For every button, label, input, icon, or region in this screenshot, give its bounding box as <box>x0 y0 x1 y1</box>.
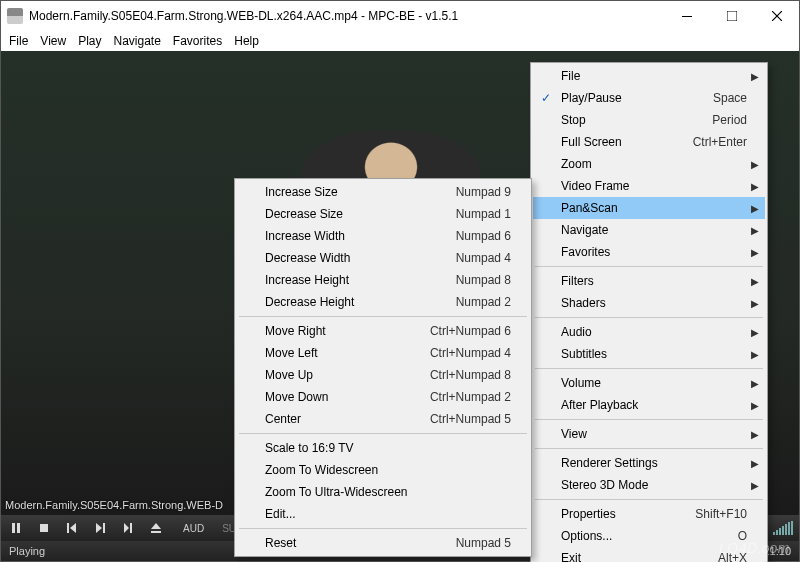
menu-item-full-screen[interactable]: Full ScreenCtrl+Enter <box>533 131 765 153</box>
menu-item-label: Stereo 3D Mode <box>561 478 648 492</box>
submenu-item-move-left[interactable]: Move LeftCtrl+Numpad 4 <box>237 342 529 364</box>
menu-item-label: Navigate <box>561 223 608 237</box>
menu-item-stereo-3d-mode[interactable]: Stereo 3D Mode▶ <box>533 474 765 496</box>
menu-navigate[interactable]: Navigate <box>109 32 164 50</box>
shortcut-text: Shift+F10 <box>671 507 747 521</box>
titlebar: Modern.Family.S05E04.Farm.Strong.WEB-DL.… <box>1 1 799 31</box>
menu-item-options[interactable]: Options...O <box>533 525 765 547</box>
menu-item-label: Properties <box>561 507 616 521</box>
submenu-item-reset[interactable]: ResetNumpad 5 <box>237 532 529 554</box>
menu-item-navigate[interactable]: Navigate▶ <box>533 219 765 241</box>
menu-item-properties[interactable]: PropertiesShift+F10 <box>533 503 765 525</box>
stop-button[interactable] <box>35 519 53 537</box>
submenu-item-decrease-height[interactable]: Decrease HeightNumpad 2 <box>237 291 529 313</box>
submenu-item-move-up[interactable]: Move UpCtrl+Numpad 8 <box>237 364 529 386</box>
chevron-right-icon: ▶ <box>751 327 759 338</box>
prev-button[interactable] <box>63 519 81 537</box>
volume-bars[interactable] <box>773 521 793 535</box>
eject-button[interactable] <box>147 519 165 537</box>
menu-item-stop[interactable]: StopPeriod <box>533 109 765 131</box>
submenu-item-increase-size[interactable]: Increase SizeNumpad 9 <box>237 181 529 203</box>
submenu-item-separator <box>239 433 527 434</box>
context-menu-panscan: Increase SizeNumpad 9Decrease SizeNumpad… <box>234 178 532 557</box>
menu-item-label: Pan&Scan <box>561 201 618 215</box>
chevron-right-icon: ▶ <box>751 203 759 214</box>
menu-item-shaders[interactable]: Shaders▶ <box>533 292 765 314</box>
menu-item-label: Play/Pause <box>561 91 622 105</box>
submenu-item-decrease-width[interactable]: Decrease WidthNumpad 4 <box>237 247 529 269</box>
submenu-item-separator <box>239 528 527 529</box>
submenu-item-move-right[interactable]: Move RightCtrl+Numpad 6 <box>237 320 529 342</box>
menu-item-view[interactable]: View▶ <box>533 423 765 445</box>
menu-item-renderer-settings[interactable]: Renderer Settings▶ <box>533 452 765 474</box>
chevron-right-icon: ▶ <box>751 225 759 236</box>
menu-item-play-pause[interactable]: ✓Play/PauseSpace <box>533 87 765 109</box>
chevron-right-icon: ▶ <box>751 378 759 389</box>
chevron-right-icon: ▶ <box>751 480 759 491</box>
shortcut-text: Numpad 1 <box>432 207 511 221</box>
pause-button[interactable] <box>7 519 25 537</box>
minimize-button[interactable] <box>664 1 709 31</box>
chevron-right-icon: ▶ <box>751 71 759 82</box>
menu-item-audio[interactable]: Audio▶ <box>533 321 765 343</box>
shortcut-text: Numpad 9 <box>432 185 511 199</box>
submenu-item-separator <box>239 316 527 317</box>
chevron-right-icon: ▶ <box>751 429 759 440</box>
menu-item-video-frame[interactable]: Video Frame▶ <box>533 175 765 197</box>
menu-view[interactable]: View <box>36 32 70 50</box>
submenu-item-increase-height[interactable]: Increase HeightNumpad 8 <box>237 269 529 291</box>
submenu-item-label: Scale to 16:9 TV <box>265 441 354 455</box>
submenu-item-label: Increase Size <box>265 185 338 199</box>
menu-item-favorites[interactable]: Favorites▶ <box>533 241 765 263</box>
submenu-item-decrease-size[interactable]: Decrease SizeNumpad 1 <box>237 203 529 225</box>
menu-item-zoom[interactable]: Zoom▶ <box>533 153 765 175</box>
svg-marker-8 <box>70 523 76 533</box>
menu-item-label: View <box>561 427 587 441</box>
menu-item-exit[interactable]: ExitAlt+X <box>533 547 765 562</box>
menu-play[interactable]: Play <box>74 32 105 50</box>
submenu-item-label: Zoom To Ultra-Widescreen <box>265 485 408 499</box>
menu-file[interactable]: File <box>5 32 32 50</box>
menu-item-subtitles[interactable]: Subtitles▶ <box>533 343 765 365</box>
shortcut-text: Space <box>689 91 747 105</box>
submenu-item-move-down[interactable]: Move DownCtrl+Numpad 2 <box>237 386 529 408</box>
submenu-item-scale-to-16-9-tv[interactable]: Scale to 16:9 TV <box>237 437 529 459</box>
menu-help[interactable]: Help <box>230 32 263 50</box>
svg-rect-0 <box>682 16 692 17</box>
step-button[interactable] <box>119 519 137 537</box>
submenu-item-center[interactable]: CenterCtrl+Numpad 5 <box>237 408 529 430</box>
check-icon: ✓ <box>541 91 551 105</box>
close-button[interactable] <box>754 1 799 31</box>
chevron-right-icon: ▶ <box>751 276 759 287</box>
chevron-right-icon: ▶ <box>751 298 759 309</box>
aud-indicator[interactable]: AUD <box>183 523 204 534</box>
menu-item-volume[interactable]: Volume▶ <box>533 372 765 394</box>
svg-marker-9 <box>96 523 102 533</box>
menu-item-label: Subtitles <box>561 347 607 361</box>
submenu-item-edit[interactable]: Edit... <box>237 503 529 525</box>
shortcut-text: O <box>714 529 747 543</box>
menu-item-label: File <box>561 69 580 83</box>
menu-item-separator <box>535 419 763 420</box>
shortcut-text: Numpad 5 <box>432 536 511 550</box>
submenu-item-increase-width[interactable]: Increase WidthNumpad 6 <box>237 225 529 247</box>
menu-item-pan-scan[interactable]: Pan&Scan▶ <box>533 197 765 219</box>
menu-favorites[interactable]: Favorites <box>169 32 226 50</box>
menu-item-label: Exit <box>561 551 581 562</box>
shortcut-text: Period <box>688 113 747 127</box>
overlay-filename: Modern.Family.S05E04.Farm.Strong.WEB-D <box>5 499 223 511</box>
menu-item-label: Full Screen <box>561 135 622 149</box>
menu-item-after-playback[interactable]: After Playback▶ <box>533 394 765 416</box>
chevron-right-icon: ▶ <box>751 181 759 192</box>
shortcut-text: Ctrl+Numpad 5 <box>406 412 511 426</box>
submenu-item-zoom-to-ultra-widescreen[interactable]: Zoom To Ultra-Widescreen <box>237 481 529 503</box>
menu-item-file[interactable]: File▶ <box>533 65 765 87</box>
menu-item-label: Filters <box>561 274 594 288</box>
submenu-item-zoom-to-widescreen[interactable]: Zoom To Widescreen <box>237 459 529 481</box>
menu-item-filters[interactable]: Filters▶ <box>533 270 765 292</box>
shortcut-text: Numpad 6 <box>432 229 511 243</box>
maximize-button[interactable] <box>709 1 754 31</box>
submenu-item-label: Decrease Width <box>265 251 350 265</box>
next-button[interactable] <box>91 519 109 537</box>
chevron-right-icon: ▶ <box>751 349 759 360</box>
